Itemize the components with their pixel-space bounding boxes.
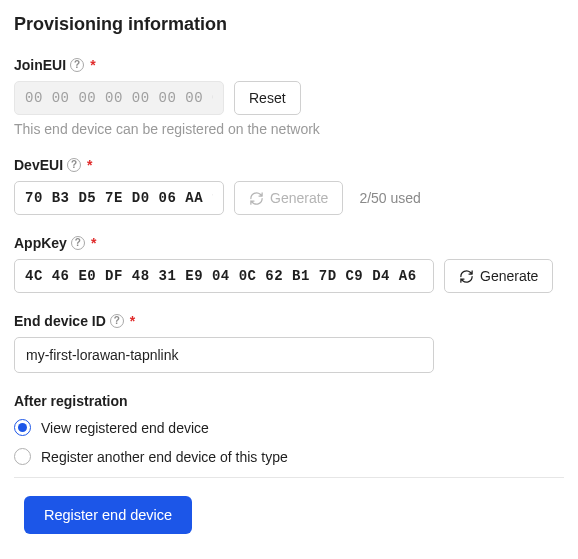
device-id-label: End device ID xyxy=(14,313,106,329)
generate-appkey-label: Generate xyxy=(480,268,538,284)
generate-deveui-label: Generate xyxy=(270,190,328,206)
radio-icon xyxy=(14,448,31,465)
radio-another-label: Register another end device of this type xyxy=(41,449,288,465)
deveui-label: DevEUI xyxy=(14,157,63,173)
joineui-hint: This end device can be registered on the… xyxy=(14,121,564,137)
register-end-device-button[interactable]: Register end device xyxy=(24,496,192,534)
page-title: Provisioning information xyxy=(14,14,564,35)
joineui-input xyxy=(14,81,224,115)
after-registration-label: After registration xyxy=(14,393,564,409)
refresh-icon xyxy=(459,269,474,284)
appkey-label-row: AppKey ? * xyxy=(14,235,564,251)
device-id-label-row: End device ID ? * xyxy=(14,313,564,329)
radio-view-label: View registered end device xyxy=(41,420,209,436)
required-asterisk: * xyxy=(130,313,135,329)
field-joineui: JoinEUI ? * Reset This end device can be… xyxy=(14,57,564,137)
field-appkey: AppKey ? * Generate xyxy=(14,235,564,293)
divider xyxy=(14,477,564,478)
deveui-input[interactable] xyxy=(14,181,224,215)
joineui-label-row: JoinEUI ? * xyxy=(14,57,564,73)
joineui-label: JoinEUI xyxy=(14,57,66,73)
help-icon[interactable]: ? xyxy=(71,236,85,250)
field-deveui: DevEUI ? * Generate 2/50 used xyxy=(14,157,564,215)
generate-appkey-button[interactable]: Generate xyxy=(444,259,553,293)
reset-button[interactable]: Reset xyxy=(234,81,301,115)
appkey-label: AppKey xyxy=(14,235,67,251)
required-asterisk: * xyxy=(87,157,92,173)
deveui-label-row: DevEUI ? * xyxy=(14,157,564,173)
help-icon[interactable]: ? xyxy=(70,58,84,72)
radio-register-another[interactable]: Register another end device of this type xyxy=(14,448,564,465)
deveui-usage: 2/50 used xyxy=(359,190,421,206)
refresh-icon xyxy=(249,191,264,206)
required-asterisk: * xyxy=(91,235,96,251)
device-id-input[interactable] xyxy=(14,337,434,373)
help-icon[interactable]: ? xyxy=(110,314,124,328)
field-device-id: End device ID ? * xyxy=(14,313,564,373)
generate-deveui-button: Generate xyxy=(234,181,343,215)
radio-icon xyxy=(14,419,31,436)
radio-view-device[interactable]: View registered end device xyxy=(14,419,564,436)
appkey-input[interactable] xyxy=(14,259,434,293)
required-asterisk: * xyxy=(90,57,95,73)
help-icon[interactable]: ? xyxy=(67,158,81,172)
